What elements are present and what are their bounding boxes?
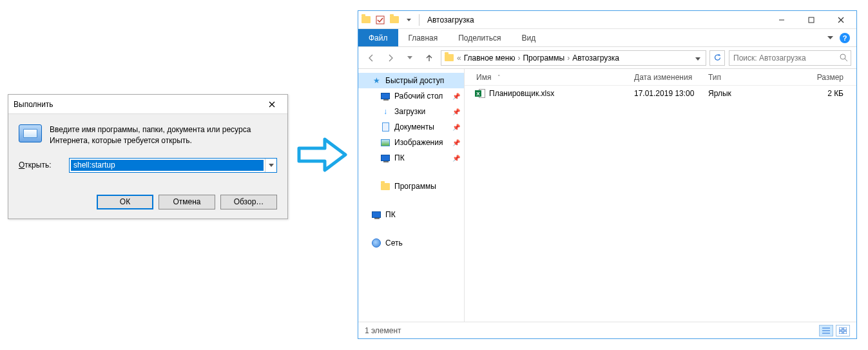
window-title: Автозагрузка: [427, 15, 474, 24]
run-titlebar[interactable]: Выполнить: [8, 95, 287, 114]
svg-rect-3: [839, 327, 842, 330]
pc-icon: [380, 153, 391, 163]
cancel-button[interactable]: Отмена: [159, 195, 215, 209]
search-box[interactable]: [729, 50, 851, 66]
document-icon: [380, 122, 391, 132]
content-pane: Имя˄ Дата изменения Тип Размер X Планиро…: [465, 69, 856, 322]
arrow-right-icon: [386, 53, 395, 63]
svg-rect-0: [376, 16, 384, 24]
minimize-button[interactable]: [767, 11, 796, 29]
star-icon: ★: [371, 75, 381, 86]
breadcrumb[interactable]: « Главное меню › Программы › Автозагрузк…: [441, 50, 706, 66]
file-name: Планировщик.xlsx: [489, 89, 554, 98]
tab-view[interactable]: Вид: [511, 29, 546, 46]
pictures-icon: [380, 137, 391, 148]
file-row[interactable]: X Планировщик.xlsx 17.01.2019 13:00 Ярлы…: [465, 86, 856, 101]
excel-shortcut-icon: X: [476, 89, 485, 98]
qat-newfolder-button[interactable]: [388, 14, 401, 26]
nav-pictures[interactable]: Изображения📌: [358, 135, 464, 150]
arrow-left-icon: [367, 53, 376, 63]
browse-button[interactable]: Обзор…: [220, 195, 277, 209]
view-details-button[interactable]: [819, 325, 833, 336]
breadcrumb-seg-1[interactable]: Программы: [523, 53, 564, 63]
close-icon: [269, 101, 275, 108]
maximize-icon: [808, 17, 815, 23]
chevron-down-icon: [407, 56, 412, 59]
run-open-dropdown-button[interactable]: [265, 159, 276, 172]
pin-icon: 📌: [452, 155, 460, 162]
breadcrumb-seg-0[interactable]: Главное меню: [464, 53, 516, 63]
nav-desktop[interactable]: Рабочий стол📌: [358, 88, 464, 104]
nav-thispc-pin[interactable]: ПК📌: [358, 150, 464, 166]
qat-properties-button[interactable]: [374, 14, 387, 26]
arrow-icon: [296, 135, 348, 174]
arrow-up-icon: [425, 53, 434, 63]
view-thumbs-button[interactable]: [836, 325, 850, 336]
refresh-button[interactable]: [709, 50, 725, 66]
run-open-label: Открыть:: [19, 160, 63, 170]
network-icon: [371, 238, 381, 248]
search-input[interactable]: [732, 53, 840, 63]
nav-quickaccess[interactable]: ★Быстрый доступ: [358, 73, 464, 88]
tab-share[interactable]: Поделиться: [448, 29, 511, 46]
svg-rect-5: [839, 331, 842, 334]
qat-folder-icon: [360, 14, 372, 26]
nav-network[interactable]: Сеть: [358, 235, 464, 251]
svg-rect-1: [809, 17, 814, 23]
close-button[interactable]: [827, 11, 855, 29]
list-icon: [822, 327, 830, 334]
help-button[interactable]: ?: [840, 33, 850, 43]
ok-button[interactable]: ОК: [97, 195, 153, 209]
run-dialog: Выполнить Введите имя программы, папки, …: [8, 94, 288, 219]
breadcrumb-seg-2[interactable]: Автозагрузка: [572, 53, 619, 63]
run-close-button[interactable]: [259, 97, 285, 112]
file-size: 2 КБ: [774, 89, 856, 98]
qat-more-button[interactable]: [402, 14, 415, 26]
ribbon-expand-icon[interactable]: [827, 36, 833, 39]
explorer-titlebar[interactable]: Автозагрузка: [358, 11, 856, 29]
run-title-text: Выполнить: [14, 100, 259, 109]
svg-point-2: [840, 54, 845, 59]
file-type: Ярлык: [703, 89, 774, 98]
properties-icon: [376, 15, 385, 24]
close-icon: [838, 17, 844, 23]
tab-file[interactable]: Файл: [358, 29, 398, 46]
run-open-combobox[interactable]: [69, 158, 277, 173]
svg-rect-6: [844, 331, 847, 334]
pc-icon: [371, 209, 381, 220]
nav-back-button[interactable]: [363, 50, 379, 66]
run-open-input[interactable]: [71, 160, 264, 171]
maximize-button[interactable]: [797, 11, 825, 29]
breadcrumb-overflow[interactable]: «: [457, 53, 461, 63]
view-toggle: [819, 325, 850, 336]
desktop-icon: [380, 91, 391, 101]
breadcrumb-dropdown[interactable]: [693, 53, 703, 63]
sort-caret-icon: ˄: [497, 74, 501, 81]
nav-forward-button[interactable]: [383, 50, 398, 66]
grid-icon: [839, 327, 847, 334]
search-icon: [840, 53, 848, 62]
svg-rect-4: [844, 327, 847, 330]
col-date[interactable]: Дата изменения: [629, 73, 703, 82]
nav-programs[interactable]: Программы: [358, 179, 464, 194]
nav-recent-button[interactable]: [402, 50, 418, 66]
col-type[interactable]: Тип: [703, 73, 774, 82]
address-bar-row: « Главное меню › Программы › Автозагрузк…: [358, 47, 856, 69]
download-icon: ↓: [380, 106, 391, 117]
tab-home[interactable]: Главная: [398, 29, 448, 46]
pin-icon: 📌: [452, 93, 460, 100]
column-headers: Имя˄ Дата изменения Тип Размер: [465, 69, 856, 86]
folder-icon: [445, 54, 454, 61]
status-text: 1 элемент: [365, 326, 401, 335]
nav-documents[interactable]: Документы📌: [358, 119, 464, 135]
nav-thispc[interactable]: ПК: [358, 207, 464, 222]
nav-downloads[interactable]: ↓Загрузки📌: [358, 104, 464, 119]
col-size[interactable]: Размер: [774, 73, 856, 82]
pin-icon: 📌: [452, 139, 460, 146]
ribbon-tabs: Файл Главная Поделиться Вид ?: [358, 29, 856, 47]
refresh-icon: [713, 53, 722, 62]
run-message: Введите имя программы, папки, документа …: [50, 124, 277, 146]
col-name[interactable]: Имя˄: [471, 73, 629, 82]
file-date: 17.01.2019 13:00: [629, 89, 703, 98]
nav-up-button[interactable]: [421, 50, 437, 66]
